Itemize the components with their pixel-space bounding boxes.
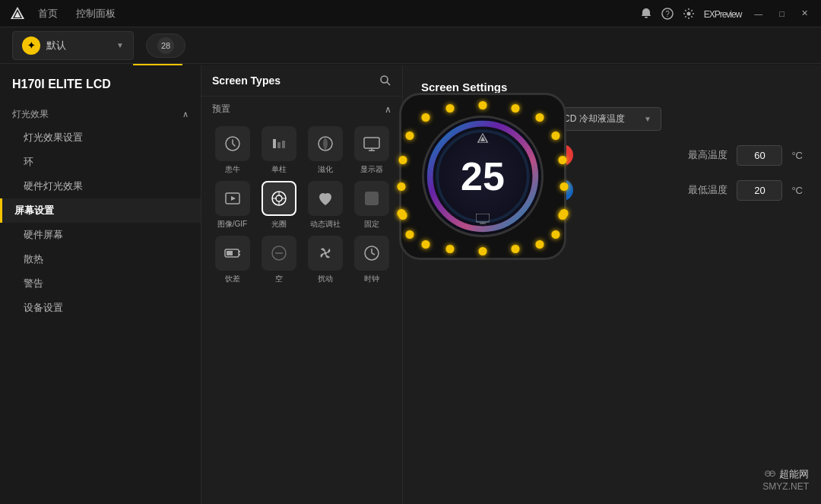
lighting-group-chevron-icon: ∧ <box>182 109 189 119</box>
sidebar-item-alerts[interactable]: 警告 <box>0 271 201 296</box>
maximize-button[interactable]: □ <box>775 8 788 20</box>
sidebar-group-lighting[interactable]: 灯光效果 ∧ <box>0 103 201 125</box>
svg-rect-21 <box>364 138 379 148</box>
titlebar-right: ? EXPreview — □ ✕ <box>640 5 812 21</box>
preset-label-empty: 空 <box>275 274 283 284</box>
notification-icon[interactable] <box>640 8 652 20</box>
profile-chevron-icon: ▼ <box>116 41 124 49</box>
sidebar: H170I ELITE LCD 灯光效果 ∧ 灯光效果设置 环 硬件灯光效果 屏… <box>0 65 201 504</box>
titlebar-nav: 首页 控制面板 <box>38 7 116 21</box>
preset-item-battery[interactable]: 饮差 <box>212 236 252 284</box>
preset-icon-aperture <box>262 181 296 216</box>
main-content: H170I ELITE LCD 灯光效果 ∧ 灯光效果设置 环 硬件灯光效果 屏… <box>0 65 821 504</box>
min-temp-unit: °C <box>791 185 803 196</box>
profile-name: 默认 <box>46 39 110 52</box>
sidebar-item-device-settings[interactable]: 设备设置 <box>0 296 201 320</box>
svg-rect-11 <box>476 214 490 222</box>
preset-item-fade[interactable]: 滋化 <box>305 126 345 175</box>
sidebar-item-hardware-lighting[interactable]: 硬件灯光效果 <box>0 174 201 198</box>
nav-home[interactable]: 首页 <box>38 7 58 21</box>
active-tab-indicator <box>133 64 182 65</box>
preset-label-single: 单柱 <box>271 164 287 175</box>
profile-icon: ✦ <box>22 36 40 55</box>
preset-item-gif[interactable]: 图像/GIF <box>212 181 252 230</box>
preset-icon-clock <box>215 126 250 161</box>
sidebar-group-screen-settings[interactable]: 屏幕设置 <box>0 198 201 223</box>
preset-icon-battery <box>215 236 250 271</box>
settings-icon[interactable] <box>683 8 695 20</box>
exp-logo: EXPreview <box>704 5 742 21</box>
min-temp-label: 最低温度 <box>688 183 727 197</box>
preset-item-aperture[interactable]: 光圈 <box>258 181 299 230</box>
device-screen: 25 <box>399 93 566 260</box>
help-icon[interactable]: ? <box>661 8 674 20</box>
preset-label-clock: 患牛 <box>225 164 240 175</box>
preset-header: 预置 ∧ <box>201 97 402 122</box>
profile-selector[interactable]: ✦ 默认 ▼ <box>12 31 134 60</box>
max-temp-row: 最高温度 °C <box>688 145 803 166</box>
sensor-chevron-icon: ▼ <box>644 115 651 123</box>
preset-label-solid: 固定 <box>364 219 379 230</box>
preset-label-gif: 图像/GIF <box>217 219 247 230</box>
preset-item-single[interactable]: 单柱 <box>258 126 299 175</box>
titlebar: 首页 控制面板 ? EXPreview — □ ✕ <box>0 0 821 27</box>
preset-label-fan: 扰动 <box>318 274 333 284</box>
profilebar: ✦ 默认 ▼ 28 <box>0 27 821 64</box>
sidebar-item-ring[interactable]: 环 <box>0 150 201 174</box>
preset-icon-gif <box>215 181 250 216</box>
screen-types-title: Screen Types <box>212 74 281 87</box>
svg-rect-34 <box>227 251 233 255</box>
svg-rect-18 <box>277 142 281 148</box>
max-temp-unit: °C <box>791 150 803 161</box>
svg-rect-17 <box>273 139 276 148</box>
preset-item-clock[interactable]: 患牛 <box>212 126 252 175</box>
device-title: H170I ELITE LCD <box>0 78 201 103</box>
max-temp-input[interactable] <box>737 145 782 166</box>
profile-tab[interactable]: 28 <box>146 33 185 58</box>
preset-icon-fan <box>308 236 343 271</box>
min-temp-input[interactable] <box>737 180 782 201</box>
preset-label-heart: 动态调社 <box>310 219 341 230</box>
right-panel: 25 Screen Types <box>201 65 821 504</box>
preset-grid: 患牛 单柱 <box>201 122 402 295</box>
close-button[interactable]: ✕ <box>797 7 812 20</box>
preset-label-fade: 滋化 <box>318 164 333 175</box>
preset-icon-single <box>262 126 296 161</box>
panel-header: Screen Types <box>201 65 402 97</box>
preset-item-heart[interactable]: 动态调社 <box>305 181 345 230</box>
preset-label-time: 时钟 <box>364 274 379 284</box>
svg-line-42 <box>372 253 375 255</box>
svg-rect-19 <box>282 141 285 148</box>
svg-text:?: ? <box>665 10 670 18</box>
preset-label-aperture: 光圈 <box>271 219 287 230</box>
minimize-button[interactable]: — <box>750 8 766 20</box>
max-temp-label: 最高温度 <box>688 148 727 162</box>
preset-label-battery: 饮差 <box>225 274 240 284</box>
inner-screen: 25 <box>422 116 544 237</box>
nav-control-panel[interactable]: 控制面板 <box>76 7 116 21</box>
corsair-logo-icon <box>9 5 26 22</box>
svg-point-39 <box>324 252 327 255</box>
sidebar-item-lighting-settings[interactable]: 灯光效果设置 <box>0 125 201 150</box>
profile-badge: 28 <box>157 37 174 54</box>
svg-marker-25 <box>231 196 236 201</box>
svg-point-27 <box>276 195 282 201</box>
preset-label-display: 显示器 <box>360 164 383 175</box>
preset-icon-heart <box>308 181 343 216</box>
device-preview-area: 25 <box>384 78 582 275</box>
sidebar-item-cooling[interactable]: 散热 <box>0 247 201 271</box>
svg-point-5 <box>686 11 690 15</box>
temperature-display: 25 <box>461 157 505 196</box>
screen-types-panel: Screen Types 预置 ∧ <box>201 65 403 504</box>
svg-rect-32 <box>365 192 379 205</box>
preset-item-empty[interactable]: 空 <box>258 236 299 284</box>
preset-icon-fade <box>308 126 343 161</box>
preset-item-fan[interactable]: 扰动 <box>305 236 345 284</box>
sidebar-item-hardware-screen[interactable]: 硬件屏幕 <box>0 223 201 247</box>
preset-label: 预置 <box>212 103 230 116</box>
preset-icon-empty <box>262 236 296 271</box>
min-temp-row: 最低温度 °C <box>688 180 803 201</box>
